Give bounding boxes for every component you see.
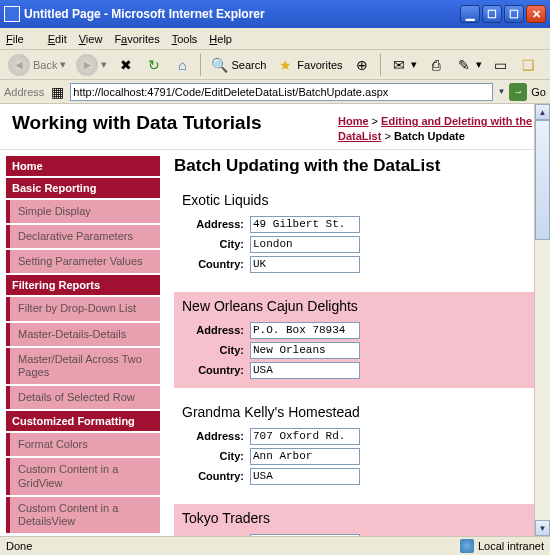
menu-edit[interactable]: Edit (48, 33, 67, 45)
breadcrumb-home[interactable]: Home (338, 115, 369, 127)
field-label: Address: (182, 430, 244, 442)
toolbar: ◄ Back ▾ ► ▾ ✖ ↻ ⌂ 🔍Search ★Favorites ⊕ … (0, 50, 550, 80)
sidebar-header[interactable]: Filtering Reports (6, 275, 160, 295)
sidebar-header[interactable]: Customized Formatting (6, 411, 160, 431)
refresh-icon: ↻ (145, 56, 163, 74)
research-button[interactable]: ❑ (516, 54, 542, 76)
city-input[interactable] (250, 342, 360, 359)
field-row: Country: (182, 468, 528, 485)
sidebar-item[interactable]: Custom Content in a GridView (6, 458, 160, 494)
sidebar-item[interactable]: Master-Details-Details (6, 323, 160, 346)
breadcrumb-current: Batch Update (394, 130, 465, 142)
sidebar-home[interactable]: Home (6, 156, 160, 176)
home-button[interactable]: ⌂ (169, 54, 195, 76)
main-heading: Batch Updating with the DataList (174, 156, 536, 176)
restore-button[interactable]: ☐ (482, 5, 502, 23)
app-icon (4, 6, 20, 22)
supplier-name: Grandma Kelly's Homestead (182, 404, 528, 420)
sidebar-item[interactable]: Simple Display (6, 200, 160, 223)
print-button[interactable]: ⎙ (423, 54, 449, 76)
field-row: Country: (182, 256, 528, 273)
supplier-name: New Orleans Cajun Delights (182, 298, 528, 314)
field-row: Address: (182, 428, 528, 445)
address-input[interactable] (250, 534, 360, 536)
country-input[interactable] (250, 468, 360, 485)
page-header: Working with Data Tutorials Home > Editi… (0, 104, 550, 150)
scroll-track[interactable] (535, 240, 550, 520)
search-icon: 🔍 (210, 56, 228, 74)
menu-bar: Filedocument.currentScript.previousEleme… (0, 28, 550, 50)
sidebar-item[interactable]: Setting Parameter Values (6, 250, 160, 273)
menu-favorites[interactable]: Favorites (114, 33, 159, 45)
country-input[interactable] (250, 256, 360, 273)
sidebar-item[interactable]: Master/Detail Across Two Pages (6, 348, 160, 384)
field-label: City: (182, 450, 244, 462)
field-label: City: (182, 238, 244, 250)
menu-view[interactable]: View (79, 33, 103, 45)
address-label: Address (4, 86, 44, 98)
field-row: Country: (182, 362, 528, 379)
go-button[interactable]: → (509, 83, 527, 101)
forward-icon: ► (76, 54, 98, 76)
sidebar-item[interactable]: Details of Selected Row (6, 386, 160, 409)
address-input[interactable] (250, 216, 360, 233)
scroll-down-button[interactable]: ▼ (535, 520, 550, 536)
refresh-button[interactable]: ↻ (141, 54, 167, 76)
field-row: Address: (182, 322, 528, 339)
field-label: Country: (182, 364, 244, 376)
city-input[interactable] (250, 236, 360, 253)
close-button[interactable]: ✕ (526, 5, 546, 23)
discuss-button[interactable]: ▭ (488, 54, 514, 76)
window-title: Untitled Page - Microsoft Internet Explo… (24, 7, 460, 21)
menu-tools[interactable]: Tools (172, 33, 198, 45)
separator (200, 54, 201, 76)
minimize-button[interactable]: ▁ (460, 5, 480, 23)
field-row: City: (182, 342, 528, 359)
search-button[interactable]: 🔍Search (206, 54, 270, 76)
separator (380, 54, 381, 76)
field-label: Address: (182, 324, 244, 336)
sidebar-item[interactable]: Filter by Drop-Down List (6, 297, 160, 320)
mail-button[interactable]: ✉▾ (386, 54, 421, 76)
content-area: Working with Data Tutorials Home > Editi… (0, 104, 550, 536)
city-input[interactable] (250, 448, 360, 465)
country-input[interactable] (250, 362, 360, 379)
field-row: City: (182, 236, 528, 253)
address-input[interactable] (70, 83, 493, 101)
maximize-button[interactable]: ☐ (504, 5, 524, 23)
sidebar-header[interactable]: Basic Reporting (6, 178, 160, 198)
sidebar-item[interactable]: Custom Content in a DetailsView (6, 497, 160, 533)
page-title: Working with Data Tutorials (12, 112, 338, 134)
favorites-button[interactable]: ★Favorites (272, 54, 346, 76)
sidebar-item[interactable]: Declarative Parameters (6, 225, 160, 248)
back-button[interactable]: ◄ Back ▾ (4, 52, 70, 78)
back-icon: ◄ (8, 54, 30, 76)
field-label: Country: (182, 258, 244, 270)
address-input[interactable] (250, 428, 360, 445)
supplier-block: Exotic LiquidsAddress:City:Country: (174, 186, 536, 282)
supplier-block: New Orleans Cajun DelightsAddress:City:C… (174, 292, 536, 388)
menu-file[interactable]: Filedocument.currentScript.previousEleme… (6, 33, 36, 45)
menu-help[interactable]: Help (209, 33, 232, 45)
discuss-icon: ▭ (492, 56, 510, 74)
zone-label: Local intranet (478, 540, 544, 552)
vertical-scrollbar[interactable]: ▲ ▼ (534, 104, 550, 536)
main-content: Batch Updating with the DataList Exotic … (160, 150, 550, 536)
sidebar-item[interactable]: Format Colors (6, 433, 160, 456)
edit-button[interactable]: ✎▾ (451, 54, 486, 76)
edit-icon: ✎ (455, 56, 473, 74)
address-dropdown[interactable]: ▼ (497, 87, 505, 96)
status-text: Done (6, 540, 32, 552)
print-icon: ⎙ (427, 56, 445, 74)
supplier-block: Tokyo TradersAddress:City:Country: (174, 504, 536, 536)
scroll-thumb[interactable] (535, 120, 550, 240)
forward-button[interactable]: ► ▾ (72, 52, 111, 78)
stop-icon: ✖ (117, 56, 135, 74)
status-bar: Done Local intranet (0, 536, 550, 555)
media-button[interactable]: ⊕ (349, 54, 375, 76)
address-input[interactable] (250, 322, 360, 339)
stop-button[interactable]: ✖ (113, 54, 139, 76)
breadcrumb: Home > Editing and Deleting with the Dat… (338, 112, 538, 145)
field-row: Address: (182, 534, 528, 536)
scroll-up-button[interactable]: ▲ (535, 104, 550, 120)
